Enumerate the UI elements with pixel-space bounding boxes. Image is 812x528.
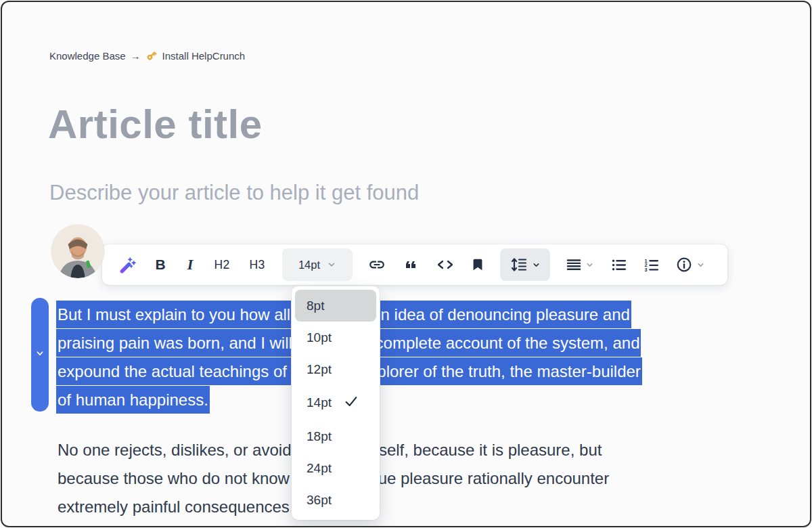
font-size-menu: 8pt 10pt 12pt 14pt 18pt 24pt 36pt <box>292 286 380 520</box>
font-size-option-14pt[interactable]: 14pt <box>295 385 376 420</box>
chevron-down-icon <box>532 261 541 269</box>
formatting-toolbar: B I H2 H3 14pt <box>102 244 727 285</box>
bullet-list-icon <box>610 257 627 273</box>
font-size-option-24pt[interactable]: 24pt <box>295 453 376 485</box>
bold-button[interactable]: B <box>152 248 168 281</box>
checkmark-icon <box>344 394 359 412</box>
line-height-button[interactable] <box>500 248 550 281</box>
heading3-button[interactable]: H3 <box>247 248 267 281</box>
chevron-down-icon <box>327 260 336 269</box>
breadcrumb-knowledge-base[interactable]: Knowledge Base <box>49 50 126 62</box>
breadcrumb: Knowledge Base → Install HelpCrunch <box>49 49 245 62</box>
code-icon <box>436 257 455 273</box>
svg-text:3: 3 <box>644 266 647 272</box>
quote-icon <box>403 257 419 273</box>
align-button[interactable] <box>565 248 595 281</box>
author-avatar <box>51 224 105 278</box>
bookmark-icon <box>470 257 485 273</box>
link-icon <box>368 256 386 273</box>
chevron-down-icon <box>35 349 45 361</box>
magic-wand-icon <box>119 256 137 273</box>
numbered-list-button[interactable]: 1 2 3 <box>642 248 660 281</box>
font-size-option-36pt[interactable]: 36pt <box>295 485 376 516</box>
info-block-button[interactable] <box>675 248 706 281</box>
align-justify-icon <box>566 257 582 273</box>
editor-paragraph-selected[interactable]: But I must explain to you how all this m… <box>56 301 790 414</box>
link-button[interactable] <box>367 248 386 281</box>
font-size-option-12pt[interactable]: 12pt <box>295 353 376 385</box>
key-icon <box>145 49 158 62</box>
font-size-option-10pt[interactable]: 10pt <box>295 322 376 353</box>
breadcrumb-separator: → <box>131 50 141 62</box>
blockquote-button[interactable] <box>401 248 420 281</box>
bookmark-button[interactable] <box>470 248 485 281</box>
font-size-option-8pt[interactable]: 8pt <box>295 290 376 322</box>
numbered-list-icon: 1 2 3 <box>643 257 660 273</box>
code-button[interactable] <box>435 248 455 281</box>
font-size-option-18pt[interactable]: 18pt <box>295 421 376 453</box>
block-handle[interactable] <box>31 298 49 412</box>
bullet-list-button[interactable] <box>610 248 627 281</box>
heading2-button[interactable]: H2 <box>212 248 232 281</box>
editor-page: Knowledge Base → Install HelpCrunch Arti… <box>1 1 811 527</box>
font-size-select[interactable]: 14pt <box>282 248 353 281</box>
article-description-input[interactable]: Describe your article to help it get fou… <box>49 181 419 205</box>
info-icon <box>675 256 693 273</box>
chevron-down-icon <box>585 261 594 269</box>
line-height-icon <box>510 256 528 273</box>
breadcrumb-article[interactable]: Install HelpCrunch <box>162 50 246 62</box>
article-title-input[interactable]: Article title <box>48 101 263 148</box>
editor-paragraph[interactable]: No one rejects, dislikes, or avoids plea… <box>58 436 775 521</box>
font-size-value: 14pt <box>298 259 320 271</box>
ai-magic-wand-button[interactable] <box>118 248 137 281</box>
italic-button[interactable]: I <box>183 248 197 281</box>
chevron-down-icon <box>696 261 705 269</box>
